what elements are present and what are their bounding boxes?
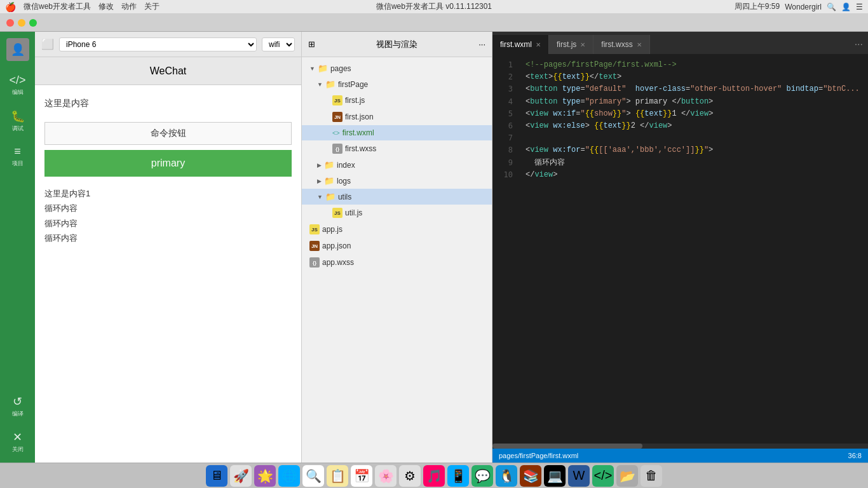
tree-item-pages[interactable]: ▼ 📁 pages bbox=[302, 60, 492, 76]
tree-item-first-wxml[interactable]: <> first.wxml bbox=[302, 125, 492, 140]
utils-folder-icon: 📁 bbox=[325, 192, 336, 201]
dock-trash[interactable]: 🗑 bbox=[641, 465, 662, 487]
tree-label-app-wxss: app.wxss bbox=[322, 258, 354, 267]
user-icon[interactable]: 👤 bbox=[841, 3, 851, 11]
content-text: 这里是内容 bbox=[44, 98, 292, 109]
maximize-button[interactable] bbox=[29, 19, 37, 27]
sidebar-label-edit: 编辑 bbox=[12, 88, 24, 97]
tree-item-logs[interactable]: ▶ 📁 logs bbox=[302, 173, 492, 189]
dock-files[interactable]: 📂 bbox=[616, 465, 638, 487]
code-editor[interactable]: <!--pages/firstPage/first.wxml--> <text>… bbox=[518, 54, 868, 444]
tab-first-wxss[interactable]: first.wxss ✕ bbox=[593, 35, 649, 54]
close-button[interactable] bbox=[6, 19, 14, 27]
minimize-button[interactable] bbox=[18, 19, 25, 27]
editor-more-button[interactable]: ··· bbox=[850, 35, 868, 54]
tab-first-wxml[interactable]: first.wxml ✕ bbox=[492, 35, 549, 54]
menu-about[interactable]: 关于 bbox=[144, 1, 159, 12]
json-icon: JN bbox=[332, 112, 342, 122]
device-panel-icon: ⬜ bbox=[41, 38, 54, 50]
sidebar-item-compile[interactable]: ↺ 编译 bbox=[6, 395, 29, 417]
file-tree: ▼ 📁 pages ▼ 📁 firstPage JS first.js bbox=[302, 57, 492, 463]
tab-close-wxss[interactable]: ✕ bbox=[637, 41, 642, 48]
editor-scrollbar[interactable] bbox=[492, 444, 868, 449]
index-folder-icon: 📁 bbox=[324, 160, 334, 170]
dock-itunes[interactable]: 🎵 bbox=[423, 465, 445, 487]
apple-menu[interactable]: 🍎 bbox=[5, 2, 16, 12]
close-sidebar-icon: ✕ bbox=[13, 430, 22, 444]
list-icon[interactable]: ☰ bbox=[856, 3, 863, 11]
dock-wechat[interactable]: 💬 bbox=[471, 465, 493, 487]
debug-icon: 🐛 bbox=[11, 109, 25, 123]
scrollbar-thumb[interactable] bbox=[492, 444, 642, 449]
tree-item-util-js[interactable]: JS util.js bbox=[302, 205, 492, 221]
dock-settings[interactable]: ⚙ bbox=[399, 465, 421, 487]
tree-item-index[interactable]: ▶ 📁 index bbox=[302, 157, 492, 173]
tab-close-js[interactable]: ✕ bbox=[580, 41, 585, 48]
dock-safari[interactable]: 🌐 bbox=[278, 465, 300, 487]
dock-appstore[interactable]: 📱 bbox=[447, 465, 469, 487]
sidebar-item-edit[interactable]: </> 编辑 bbox=[6, 74, 29, 97]
loop-item-3: 循环内容 bbox=[44, 231, 292, 245]
device-content: 这里是内容 命令按钮 primary 这里是内容1 循环内容 循环内容 循环内容 bbox=[35, 85, 301, 463]
appjson-icon: JN bbox=[309, 241, 320, 251]
sidebar-label-close: 关闭 bbox=[12, 445, 24, 454]
wechat-nav: WeChat bbox=[35, 57, 301, 85]
wifi-select[interactable]: wifi bbox=[262, 37, 295, 51]
dock-terminal[interactable]: 💻 bbox=[544, 465, 566, 487]
dock-photos[interactable]: 🌸 bbox=[375, 465, 397, 487]
tab-close-wxml[interactable]: ✕ bbox=[536, 41, 541, 48]
tree-label-util-js: util.js bbox=[345, 208, 362, 217]
menu-edit[interactable]: 修改 bbox=[98, 1, 114, 12]
dock-calendar[interactable]: 📅 bbox=[351, 465, 372, 487]
editor-panel: first.wxml ✕ first.js ✕ first.wxss ✕ ···… bbox=[492, 32, 868, 463]
status-path: pages/firstPage/first.wxml bbox=[499, 452, 578, 459]
dock-qq[interactable]: 🐧 bbox=[496, 465, 517, 487]
sidebar-item-close[interactable]: ✕ 关闭 bbox=[6, 430, 29, 453]
tree-item-app-js[interactable]: JS app.js bbox=[302, 221, 492, 238]
dock-notes[interactable]: 📋 bbox=[327, 465, 348, 487]
wxss-icon: {} bbox=[332, 144, 342, 154]
tree-item-app-json[interactable]: JN app.json bbox=[302, 238, 492, 254]
loop-item-1: 循环内容 bbox=[44, 201, 292, 215]
search-icon[interactable]: 🔍 bbox=[827, 3, 836, 11]
chevron-down-icon-utils: ▼ bbox=[317, 194, 323, 200]
tree-item-first-js[interactable]: JS first.js bbox=[302, 92, 492, 109]
tree-item-firstpage[interactable]: ▼ 📁 firstPage bbox=[302, 76, 492, 92]
menu-app[interactable]: 微信web开发者工具 bbox=[24, 1, 91, 12]
loop-item-2: 循环内容 bbox=[44, 216, 292, 231]
device-screen: WeChat 这里是内容 命令按钮 primary 这里是内容1 循环内容 循环… bbox=[35, 57, 301, 463]
avatar[interactable]: 👤 bbox=[6, 38, 29, 61]
left-sidebar: 👤 </> 编辑 🐛 调试 ≡ 项目 ↺ 编译 ✕ 关闭 bbox=[0, 32, 35, 463]
device-select[interactable]: iPhone 6 bbox=[59, 37, 257, 51]
dock-chrome[interactable]: 🔍 bbox=[302, 465, 324, 487]
dock-devtools[interactable]: </> bbox=[592, 465, 614, 487]
menu-action[interactable]: 动作 bbox=[121, 1, 137, 12]
tree-item-first-wxss[interactable]: {} first.wxss bbox=[302, 140, 492, 157]
window-title: 微信web开发者工具 v0.11.112301 bbox=[376, 2, 492, 11]
appwxss-icon: {} bbox=[309, 257, 320, 268]
chevron-down-icon: ▼ bbox=[309, 65, 315, 72]
dock-dict[interactable]: 📚 bbox=[520, 465, 541, 487]
tree-item-first-json[interactable]: JN first.json bbox=[302, 109, 492, 125]
tree-item-utils[interactable]: ▼ 📁 utils bbox=[302, 189, 492, 205]
tree-label-logs: logs bbox=[337, 177, 351, 186]
dock-word[interactable]: W bbox=[568, 465, 590, 487]
dock-siri[interactable]: 🌟 bbox=[254, 465, 276, 487]
tree-label-app-json: app.json bbox=[322, 241, 351, 250]
tree-label-index: index bbox=[337, 161, 355, 170]
dock-launchpad[interactable]: 🚀 bbox=[230, 465, 252, 487]
sidebar-item-project[interactable]: ≡ 项目 bbox=[6, 145, 29, 168]
sidebar-item-debug[interactable]: 🐛 调试 bbox=[6, 109, 29, 132]
js-icon: JS bbox=[332, 95, 342, 105]
tree-label-app-js: app.js bbox=[322, 225, 342, 234]
more-icon[interactable]: ··· bbox=[478, 39, 485, 49]
device-toolbar: ⬜ iPhone 6 wifi bbox=[35, 32, 301, 57]
primary-button[interactable]: primary bbox=[44, 150, 292, 177]
compile-icon: ↺ bbox=[13, 395, 22, 409]
file-toolbar: ⊞ 视图与渲染 ··· bbox=[302, 32, 492, 57]
project-icon: ≡ bbox=[14, 145, 21, 158]
dock-finder[interactable]: 🖥 bbox=[206, 465, 227, 487]
firstpage-folder-icon: 📁 bbox=[325, 79, 336, 89]
tab-first-js[interactable]: first.js ✕ bbox=[549, 35, 593, 54]
tree-item-app-wxss[interactable]: {} app.wxss bbox=[302, 254, 492, 271]
